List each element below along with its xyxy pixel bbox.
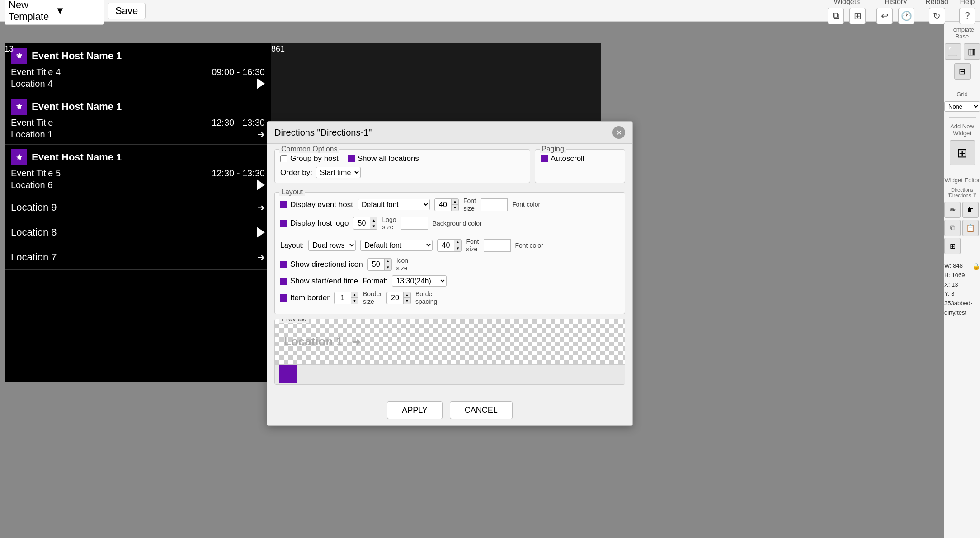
border-size-spin[interactable]: ▲ ▼	[334, 292, 358, 304]
widget-canvas[interactable]: ⚜ Event Host Name 1 Event Title 4 09:00 …	[5, 43, 271, 382]
apply-button[interactable]: APPLY	[387, 401, 443, 419]
dialog-close-button[interactable]: ✕	[612, 126, 625, 139]
widget-h: H: 1069	[944, 271, 980, 280]
time-format-label: Format:	[363, 277, 387, 285]
background-color-swatch[interactable]	[401, 217, 428, 230]
template-base-icons-2: ⊟	[954, 63, 971, 80]
save-button[interactable]: Save	[108, 3, 146, 19]
event-location-row-3: Location 6	[11, 179, 265, 190]
group-by-host-label: Group by host	[290, 154, 339, 163]
font-size-down-2[interactable]: ▼	[454, 245, 461, 251]
panel-divider-3	[949, 171, 976, 171]
dialog-header: Directions "Directions-1" ✕	[267, 122, 632, 144]
template-icon-3[interactable]: ⊟	[954, 63, 971, 80]
paging-section: Paging Autoscroll	[535, 149, 625, 183]
event-title-row-1: Event Title 4 09:00 - 16:30	[11, 67, 265, 77]
we-edit-btn[interactable]: ✏	[944, 202, 961, 218]
we-paste-btn[interactable]: 📋	[962, 220, 979, 236]
logo-size-spin[interactable]: ▲ ▼	[353, 217, 377, 230]
logo-size-input[interactable]	[353, 218, 370, 228]
template-icon-1[interactable]: ⬜	[945, 43, 961, 60]
icon-size-input[interactable]	[368, 260, 384, 269]
location-row-8: Location 8	[5, 220, 271, 245]
logo-size-down[interactable]: ▼	[370, 223, 377, 229]
show-directional-icon-checkbox[interactable]: Show directional icon	[280, 260, 363, 269]
border-size-input[interactable]	[335, 293, 351, 303]
icon-size-spin[interactable]: ▲ ▼	[368, 258, 392, 271]
main-area: 13 861 ⚜ Event Host Name 1 Event Title 4…	[0, 22, 980, 538]
event-location-1: Location 4	[11, 79, 52, 89]
event-title-row-2: Event Title 12:30 - 13:30	[11, 118, 265, 128]
location-name-8: Location 8	[11, 227, 57, 238]
border-spacing-label: Border spacing	[415, 290, 437, 306]
directions-dialog: Directions "Directions-1" ✕ Common Optio…	[267, 121, 633, 426]
widgets-icons: ⧉ ⊞	[828, 8, 866, 24]
border-spacing-spin[interactable]: ▲ ▼	[386, 292, 411, 304]
display-event-host-checkbox[interactable]: Display event host	[280, 200, 353, 209]
font-size-up-1[interactable]: ▲	[451, 199, 458, 205]
icon-size-down[interactable]: ▼	[384, 264, 391, 270]
add-widget-grid-icon[interactable]: ⊞	[950, 140, 975, 165]
template-icon-2[interactable]: ▥	[964, 43, 980, 60]
time-format-select[interactable]: 13:30(24h) 1:30pm(12h)	[392, 275, 447, 287]
background-color-label: Background color	[433, 220, 482, 227]
font-color-swatch-1[interactable]	[481, 198, 508, 211]
font-size-spin-2[interactable]: ▲ ▼	[437, 239, 462, 252]
we-delete-btn[interactable]: 🗑	[962, 202, 979, 218]
order-row: Order by: Start time End time Name	[280, 167, 524, 178]
add-widget-label: Add New Widget	[944, 123, 980, 137]
item-border-label: Item border	[290, 293, 330, 302]
arrow-icon-8	[257, 227, 265, 238]
item-border-checkbox[interactable]: Item border	[280, 293, 330, 302]
display-host-logo-checkbox[interactable]: Display host logo	[280, 219, 349, 228]
font-size-spin-1[interactable]: ▲ ▼	[434, 198, 459, 211]
border-spacing-down[interactable]: ▼	[403, 298, 410, 304]
history-group: History ↩ 🕐	[876, 0, 914, 24]
location-name-7: Location 7	[11, 251, 57, 263]
grid-select[interactable]: None	[944, 101, 980, 112]
lock-icon[interactable]: 🔒	[972, 261, 980, 271]
border-size-up[interactable]: ▲	[351, 292, 358, 298]
border-spacing-input[interactable]	[387, 293, 403, 303]
clock-icon[interactable]: 🕐	[898, 8, 914, 24]
group-by-host-checkbox[interactable]: Group by host	[280, 154, 339, 163]
display-host-logo-row: Display host logo ▲ ▼ Logo size	[280, 216, 619, 231]
host-row-3: ⚜ Event Host Name 1	[11, 149, 265, 165]
widget-editor-actions: ✏ 🗑 ⧉ 📋 ⊞	[944, 202, 980, 254]
show-all-locations-checkbox[interactable]: Show all locations	[348, 154, 419, 163]
border-size-down[interactable]: ▼	[351, 298, 358, 304]
preview-location-text: Location 1	[284, 335, 343, 349]
font-color-swatch-2[interactable]	[484, 239, 511, 252]
show-start-end-time-checkbox[interactable]: Show start/end time	[280, 277, 358, 286]
logo-size-up[interactable]: ▲	[370, 217, 377, 223]
font-size-down-1[interactable]: ▼	[451, 205, 458, 211]
we-duplicate-btn[interactable]: ⊞	[944, 238, 961, 254]
location-name-9: Location 9	[11, 202, 57, 213]
canvas-right-region	[271, 43, 601, 127]
we-copy-btn[interactable]: ⧉	[944, 220, 961, 236]
reload-group: Reload ↻	[925, 0, 948, 24]
template-dropdown[interactable]: New Template ▼	[5, 0, 104, 25]
font-size-input-2[interactable]	[438, 241, 454, 250]
layout-select[interactable]: Dual rows Single row	[308, 240, 356, 251]
font-select-1[interactable]: Default font	[358, 199, 430, 210]
icon-size-up[interactable]: ▲	[384, 259, 391, 264]
font-size-input-1[interactable]	[435, 200, 451, 210]
autoscroll-checkbox[interactable]: Autoscroll	[541, 154, 619, 163]
undo-icon[interactable]: ↩	[876, 8, 893, 24]
refresh-icon[interactable]: ↻	[929, 8, 945, 24]
border-spacing-up[interactable]: ▲	[403, 292, 410, 298]
group-by-host-input[interactable]	[280, 155, 287, 162]
layers-icon[interactable]: ⧉	[828, 8, 844, 24]
font-select-2[interactable]: Default font	[360, 240, 433, 251]
order-by-select[interactable]: Start time End time Name	[316, 167, 361, 178]
border-size-label: Border size	[363, 290, 382, 306]
dialog-body: Common Options Group by host Show all lo…	[267, 144, 632, 395]
question-icon[interactable]: ?	[959, 8, 975, 24]
widget-icon[interactable]: ⊞	[849, 8, 866, 24]
widget-x: X: 13	[944, 280, 980, 290]
cancel-button[interactable]: CANCEL	[450, 401, 513, 419]
panel-divider-1	[949, 85, 976, 85]
font-size-up-2[interactable]: ▲	[454, 240, 461, 245]
event-time-1: 09:00 - 16:30	[212, 67, 265, 77]
